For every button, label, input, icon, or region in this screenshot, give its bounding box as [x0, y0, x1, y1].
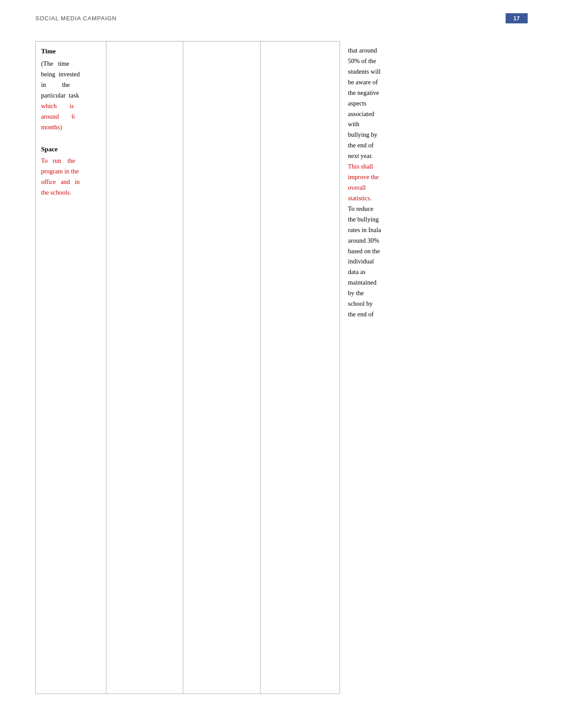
page-number: 17	[506, 13, 528, 23]
right-col-line-24: school by	[348, 299, 437, 309]
right-col-line-16: the bullying	[348, 214, 437, 225]
space-line2: program in the	[41, 168, 79, 175]
time-around-6: around 6	[41, 113, 75, 120]
time-months: months)	[41, 124, 62, 131]
page-header: SOCIAL MEDIA CAMPAIGN 17	[0, 0, 563, 32]
right-col-line-25: the end of	[348, 309, 437, 320]
right-col-line-17: rates in Inala	[348, 225, 437, 236]
right-col-line-4: the negative	[348, 88, 437, 98]
column-2	[106, 41, 184, 694]
space-header: Space	[41, 146, 58, 153]
right-column: that around50% of thestudents willbe awa…	[340, 41, 437, 694]
space-line1: To run the	[41, 157, 76, 164]
time-header: Time	[41, 48, 101, 55]
right-col-line-9: the end of	[348, 140, 437, 151]
right-col-line-19: based on the	[348, 246, 437, 257]
right-col-line-14: statistics.	[348, 193, 437, 204]
right-col-line-21: data as	[348, 267, 437, 278]
space-section: Space To run the program in the office a…	[41, 132, 101, 198]
time-section: Time (The timebeing investedin thepartic…	[41, 46, 101, 132]
column-4	[261, 41, 340, 694]
right-col-line-8: bullying by	[348, 130, 437, 140]
right-col-line-11: This shall	[348, 161, 437, 172]
right-col-line-22: maintained	[348, 278, 437, 288]
right-col-line-3: be aware of	[348, 77, 437, 88]
right-col-line-20: individual	[348, 256, 437, 267]
column-time-space: Time (The timebeing investedin thepartic…	[36, 41, 106, 694]
main-content: Time (The timebeing investedin thepartic…	[0, 32, 563, 712]
right-col-line-13: overall	[348, 183, 437, 193]
right-col-line-18: around 30%	[348, 236, 437, 246]
right-col-line-7: with	[348, 119, 437, 130]
time-which-is: which is	[41, 102, 74, 109]
right-col-line-10: next year.	[348, 151, 437, 161]
column-3	[183, 41, 261, 694]
time-body-black: (The timebeing investedin theparticular …	[41, 59, 101, 132]
right-col-line-5: aspects	[348, 98, 437, 109]
right-col-line-2: students will	[348, 67, 437, 77]
right-col-line-23: by the	[348, 288, 437, 299]
main-table: Time (The timebeing investedin thepartic…	[35, 41, 340, 694]
right-col-line-15: To reduce	[348, 204, 437, 214]
right-col-line-0: that around	[348, 45, 437, 56]
right-col-line-1: 50% of the	[348, 56, 437, 67]
right-col-line-12: improve the	[348, 172, 437, 183]
space-line4: the schools.	[41, 189, 71, 196]
document-title: SOCIAL MEDIA CAMPAIGN	[35, 15, 117, 22]
right-col-line-6: associated	[348, 109, 437, 120]
space-line3: office and in	[41, 178, 80, 185]
